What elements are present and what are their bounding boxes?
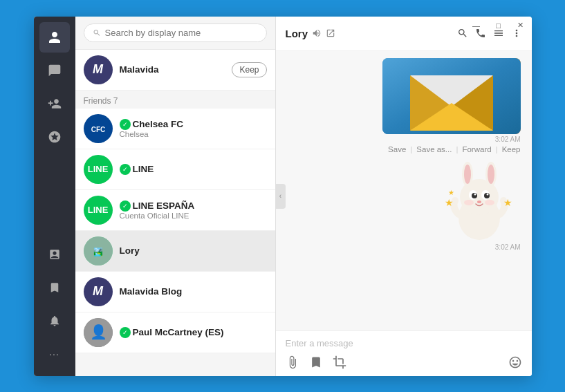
- svg-text:★: ★: [503, 197, 512, 208]
- save-action[interactable]: Save: [388, 145, 406, 153]
- sidebar-item-add-friend[interactable]: [39, 88, 70, 119]
- message-time: 3:02 AM: [495, 136, 521, 143]
- avatar: M: [84, 277, 113, 306]
- svg-text:🏞️: 🏞️: [93, 247, 103, 256]
- search-input[interactable]: [105, 28, 258, 38]
- sticker-block: ★ ★ ★ 3:02 AM: [287, 159, 521, 251]
- sticker: ★ ★ ★: [438, 159, 521, 242]
- chat-input-area: [276, 330, 532, 376]
- keep-button[interactable]: Keep: [232, 62, 266, 77]
- close-button[interactable]: ✕: [510, 17, 532, 35]
- sidebar: ···: [34, 17, 75, 376]
- svg-point-17: [488, 165, 494, 184]
- contact-sub: Cuenta Oficial LINE: [120, 212, 267, 220]
- svg-point-23: [486, 193, 488, 195]
- verified-badge: ✓: [120, 200, 131, 212]
- contacts-panel: M Malavida Keep Friends 7 CFC ✓ Chelsea …: [75, 17, 276, 376]
- contact-info: ✓ LINE ESPAÑA Cuenta Oficial LINE: [120, 200, 267, 220]
- svg-point-15: [464, 165, 471, 184]
- svg-point-24: [477, 200, 481, 203]
- verified-badge: ✓: [120, 327, 131, 338]
- sticker-time: 3:02 AM: [495, 243, 521, 251]
- search-input-wrap[interactable]: [84, 24, 267, 42]
- contact-info: ✓ LINE: [120, 164, 267, 175]
- chat-panel: Lory: [276, 17, 532, 376]
- contact-paul[interactable]: 👤 ✓ Paul McCartney (ES): [75, 312, 275, 353]
- sidebar-item-notifications[interactable]: [39, 306, 70, 336]
- save-as-action[interactable]: Save as...: [416, 145, 452, 153]
- message-image: [382, 58, 521, 134]
- contact-malavida-blog[interactable]: M Malavida Blog: [75, 272, 275, 312]
- sidebar-item-chat[interactable]: [39, 55, 70, 86]
- message-actions: Save | Save as... | Forward | Keep: [388, 145, 520, 153]
- avatar: 👤: [84, 318, 113, 347]
- contact-name: Lory: [120, 245, 267, 256]
- contact-info: Malavida Blog: [120, 286, 267, 297]
- contact-info: ✓ Chelsea FC Chelsea: [120, 119, 267, 138]
- avatar: CFC: [84, 114, 113, 143]
- search-icon: [93, 28, 101, 37]
- sidebar-bottom: ···: [34, 239, 75, 376]
- mute-icon: [312, 28, 322, 38]
- avatar: 🏞️: [84, 236, 113, 265]
- minimize-button[interactable]: —: [465, 17, 488, 35]
- chat-contact-name: Lory: [286, 28, 308, 39]
- avatar: LINE: [84, 155, 113, 184]
- svg-text:★: ★: [445, 197, 454, 208]
- contact-info: ✓ Paul McCartney (ES): [120, 327, 267, 338]
- contact-lory[interactable]: 🏞️ Lory: [75, 231, 275, 272]
- search-bar: [75, 17, 275, 50]
- collapse-arrow[interactable]: ‹: [276, 184, 286, 209]
- image-wrap: 3:02 AM Save | Save as... | Forward | Ke…: [382, 58, 521, 153]
- contact-name: Paul McCartney (ES): [133, 327, 224, 337]
- sidebar-item-sticker[interactable]: [39, 239, 70, 270]
- avatar: LINE: [84, 196, 113, 225]
- bookmark-icon[interactable]: [309, 355, 323, 369]
- verified-badge: ✓: [120, 119, 131, 130]
- contact-info: Malavida: [120, 64, 225, 75]
- crop-icon[interactable]: [333, 355, 346, 369]
- attach-icon[interactable]: [286, 355, 299, 369]
- external-link-icon: [326, 28, 335, 38]
- app-window: — □ ✕ ···: [34, 17, 532, 376]
- svg-point-25: [464, 200, 474, 205]
- contact-name: Chelsea FC: [133, 119, 184, 129]
- contact-name: LINE ESPAÑA: [133, 200, 195, 211]
- svg-point-26: [485, 200, 494, 205]
- chat-header-title: Lory: [286, 28, 453, 39]
- contact-chelsea[interactable]: CFC ✓ Chelsea FC Chelsea: [75, 109, 275, 149]
- contact-name: LINE: [133, 164, 154, 174]
- avatar: M: [84, 55, 113, 84]
- sidebar-item-more[interactable]: ···: [39, 339, 70, 369]
- svg-text:CFC: CFC: [91, 126, 105, 133]
- svg-text:👤: 👤: [89, 324, 106, 340]
- maximize-button[interactable]: □: [488, 17, 510, 35]
- verified-badge: ✓: [120, 164, 131, 175]
- chat-toolbar: [286, 354, 522, 369]
- contact-sub: Chelsea: [120, 130, 267, 138]
- forward-action[interactable]: Forward: [462, 145, 491, 153]
- message-block-image: 3:02 AM Save | Save as... | Forward | Ke…: [287, 58, 521, 153]
- contact-line[interactable]: LINE ✓ LINE: [75, 149, 275, 190]
- chat-input-row: [286, 338, 522, 348]
- svg-point-22: [474, 193, 476, 195]
- contact-line-espana[interactable]: LINE ✓ LINE ESPAÑA Cuenta Oficial LINE: [75, 190, 275, 231]
- contact-malavida[interactable]: M Malavida Keep: [75, 50, 275, 91]
- sidebar-item-profile[interactable]: [39, 22, 70, 53]
- svg-text:★: ★: [448, 189, 454, 196]
- sidebar-item-keep[interactable]: [39, 272, 70, 303]
- friends-label: Friends 7: [75, 91, 275, 109]
- chat-input[interactable]: [286, 338, 522, 348]
- contact-info: Lory: [120, 245, 267, 256]
- contact-name: Malavida Blog: [120, 286, 267, 297]
- emoji-icon[interactable]: [508, 355, 522, 369]
- keep-action[interactable]: Keep: [502, 145, 521, 153]
- chat-messages: 3:02 AM Save | Save as... | Forward | Ke…: [276, 51, 532, 330]
- sidebar-item-timeline[interactable]: [39, 122, 70, 152]
- contact-name: Malavida: [120, 64, 225, 75]
- window-controls: — □ ✕: [465, 17, 532, 35]
